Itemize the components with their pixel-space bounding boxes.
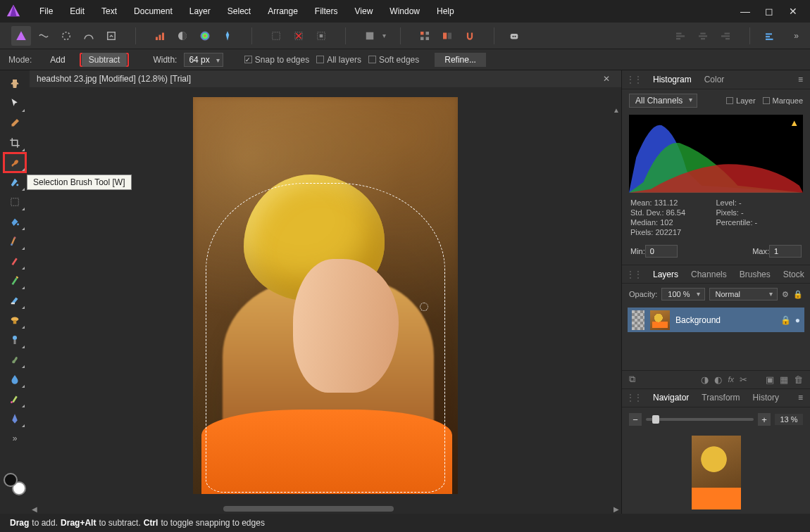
assistant-icon[interactable]: [504, 26, 524, 46]
layer-group-icon[interactable]: ⧉: [629, 374, 635, 385]
tab-channels[interactable]: Channels: [685, 267, 733, 282]
menu-arrange[interactable]: Arrange: [259, 0, 306, 23]
lock-icon[interactable]: 🔒: [793, 290, 803, 299]
tab-color[interactable]: Color: [699, 72, 730, 87]
primary-color-swatch[interactable]: [4, 473, 18, 487]
zoom-percent[interactable]: 13 %: [775, 414, 803, 425]
layer-lock-icon[interactable]: 🔒: [780, 315, 791, 325]
grid-icon[interactable]: [415, 26, 435, 46]
panel-grip-icon[interactable]: ⋮⋮: [626, 75, 642, 84]
soft-edges-checkbox[interactable]: Soft edges: [368, 55, 419, 65]
mode-add-button[interactable]: Add: [43, 53, 72, 67]
marquee-checkbox[interactable]: Marquee: [763, 96, 803, 105]
paint-brush-tool[interactable]: [4, 252, 25, 270]
max-input[interactable]: 1: [769, 245, 802, 258]
window-maximize-icon[interactable]: ◻: [764, 6, 775, 17]
document-tab[interactable]: headshot 23.jpg [Modified] (12.8%) [Tria…: [30, 70, 621, 87]
mode-subtract-button[interactable]: Subtract: [82, 53, 127, 67]
snap-to-edges-checkbox[interactable]: ✓Snap to edges: [244, 55, 309, 65]
photo-persona-icon[interactable]: [11, 26, 31, 46]
export-persona-icon[interactable]: [101, 26, 121, 46]
menu-filters[interactable]: Filters: [306, 0, 347, 23]
panel-menu-icon[interactable]: ≡: [795, 393, 806, 403]
min-input[interactable]: 0: [645, 245, 678, 258]
layer-checkbox[interactable]: Layer: [726, 96, 756, 105]
horizontal-scrollbar[interactable]: ◀ ▶: [30, 504, 621, 514]
liquify-persona-icon[interactable]: [34, 26, 54, 46]
selection-deselect-icon[interactable]: [289, 26, 309, 46]
tab-layers[interactable]: Layers: [647, 267, 684, 282]
menu-view[interactable]: View: [347, 0, 382, 23]
tab-brushes[interactable]: Brushes: [734, 267, 776, 282]
flood-select-tool[interactable]: [4, 173, 25, 191]
quickmask-icon[interactable]: [360, 26, 380, 46]
gear-icon[interactable]: ⚙: [782, 290, 789, 299]
menu-window[interactable]: Window: [381, 0, 428, 23]
zoom-out-button[interactable]: −: [629, 413, 642, 426]
chevron-down-icon[interactable]: ▾: [382, 32, 386, 39]
menu-help[interactable]: Help: [428, 0, 463, 23]
tab-transform[interactable]: Transform: [696, 390, 745, 405]
tab-navigator[interactable]: Navigator: [647, 390, 694, 405]
crop-tool[interactable]: [4, 134, 25, 152]
fx-icon[interactable]: fx: [728, 375, 734, 384]
tools-overflow-icon[interactable]: »: [13, 433, 18, 443]
menu-layer[interactable]: Layer: [181, 0, 219, 23]
width-dropdown[interactable]: 64 px: [184, 53, 223, 67]
add-layer-icon[interactable]: ▣: [766, 374, 774, 385]
panel-grip-icon[interactable]: ⋮⋮: [626, 270, 642, 279]
clone-brush-tool[interactable]: [4, 311, 25, 329]
menu-select[interactable]: Select: [219, 0, 259, 23]
tab-histogram[interactable]: Histogram: [647, 72, 697, 87]
navigator-preview[interactable]: [622, 431, 810, 514]
gradient-tool[interactable]: [4, 232, 25, 251]
selection-brush-tool[interactable]: [4, 153, 25, 172]
menu-text[interactable]: Text: [93, 0, 125, 23]
panel-menu-icon[interactable]: ≡: [795, 75, 806, 84]
develop-persona-icon[interactable]: [56, 26, 76, 46]
selection-new-icon[interactable]: [266, 26, 286, 46]
split-view-icon[interactable]: [437, 26, 457, 46]
view-tool[interactable]: [4, 75, 25, 93]
canvas[interactable]: ▲: [30, 87, 621, 504]
pixel-tool[interactable]: [4, 272, 25, 290]
adjustment-levels-icon[interactable]: [150, 26, 170, 46]
crop-layer-icon[interactable]: ✂: [740, 374, 747, 385]
delete-layer-icon[interactable]: 🗑: [794, 374, 803, 385]
channels-dropdown[interactable]: All Channels: [629, 94, 697, 108]
panel-grip-icon[interactable]: ⋮⋮: [626, 393, 642, 403]
align-right-icon[interactable]: [716, 26, 735, 46]
layer-visible-icon[interactable]: ●: [795, 315, 800, 325]
move-tool[interactable]: [4, 94, 25, 113]
selection-invert-icon[interactable]: [311, 26, 331, 46]
menu-document[interactable]: Document: [125, 0, 181, 23]
align-left-icon[interactable]: [671, 26, 690, 46]
flood-fill-tool[interactable]: [4, 213, 25, 231]
window-close-icon[interactable]: ✕: [787, 6, 799, 17]
adjustment-icon[interactable]: ◐: [714, 374, 722, 385]
align-center-icon[interactable]: [693, 26, 713, 46]
refine-button[interactable]: Refine...: [435, 53, 486, 67]
adjustment-hsl-icon[interactable]: [195, 26, 215, 46]
zoom-slider[interactable]: [646, 418, 754, 421]
toolbar-overflow-icon[interactable]: »: [790, 31, 803, 41]
dodge-tool[interactable]: [4, 331, 25, 349]
add-pixel-layer-icon[interactable]: ▦: [780, 374, 788, 385]
all-layers-checkbox[interactable]: All layers: [316, 55, 361, 65]
tab-stock[interactable]: Stock: [778, 267, 810, 282]
window-minimize-icon[interactable]: —: [740, 6, 751, 17]
menu-file[interactable]: File: [31, 0, 61, 23]
marquee-tool[interactable]: [4, 193, 25, 211]
tonemap-persona-icon[interactable]: [79, 26, 99, 46]
layer-row-background[interactable]: Background 🔒 ●: [628, 308, 804, 332]
adjustment-curves-icon[interactable]: [218, 26, 237, 46]
zoom-in-button[interactable]: +: [758, 413, 771, 426]
opacity-dropdown[interactable]: 100 %: [661, 288, 704, 300]
color-picker-tool[interactable]: [4, 114, 25, 132]
adjustment-bw-icon[interactable]: [173, 26, 192, 46]
vertical-scrollbar[interactable]: ▲: [611, 106, 621, 494]
menu-edit[interactable]: Edit: [61, 0, 93, 23]
document-close-icon[interactable]: ✕: [599, 74, 614, 84]
pen-tool[interactable]: [4, 410, 25, 428]
blur-brush-tool[interactable]: [4, 370, 25, 388]
